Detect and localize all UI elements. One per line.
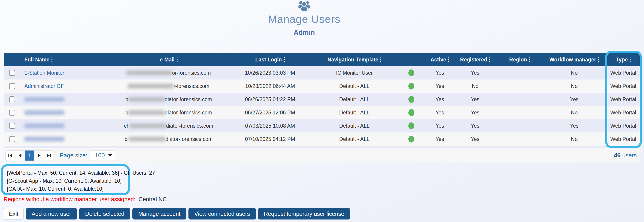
request-temporary-license-button[interactable]: Request temporary user license [258, 208, 350, 219]
last-login-cell: 06/26/2025 04:22 PM [228, 93, 312, 106]
column-header-registered[interactable]: Registered [454, 53, 497, 66]
manage-account-button[interactable]: Manage account [132, 208, 186, 219]
users-count: 46 users [614, 152, 637, 159]
region-cell [497, 106, 542, 119]
table-row: Administrator GF r-forensics.com 10/28/2… [4, 79, 640, 93]
users-table: Full Name e-Mail Last Login Navigation T… [4, 53, 640, 163]
redacted-user-name[interactable] [24, 124, 64, 128]
type-cell: Web Portal [606, 66, 640, 79]
redacted-user-name[interactable] [24, 110, 64, 115]
column-header-workflow-manager[interactable]: Workflow manager [542, 53, 606, 66]
table-row: bdiator-forensics.com 06/27/2025 12:06 P… [4, 106, 640, 119]
registered-cell: Yes [454, 66, 497, 79]
region-warning-value: Central NC [138, 196, 167, 202]
last-login-cell: 10/26/2023 03:03 PM [228, 66, 312, 79]
column-header-type[interactable]: Type [606, 53, 640, 66]
redacted-email [128, 84, 174, 88]
column-menu-icon[interactable] [380, 57, 381, 62]
first-page-button[interactable] [6, 151, 15, 161]
type-cell: Web Portal [606, 93, 640, 106]
column-header-navigation-template[interactable]: Navigation Template [312, 53, 396, 66]
column-menu-icon[interactable] [448, 57, 449, 62]
active-status-dot [408, 69, 414, 76]
active-cell: Yes [426, 133, 454, 146]
column-header-region[interactable]: Region [497, 53, 542, 66]
add-user-button[interactable]: Add a new user [26, 208, 77, 219]
column-header-full-name[interactable]: Full Name [20, 53, 110, 66]
registered-cell: Yes [454, 93, 497, 106]
column-menu-icon[interactable] [529, 57, 530, 62]
last-login-cell: 10/28/2022 06:44 AM [228, 79, 312, 93]
row-checkbox[interactable] [9, 110, 15, 116]
page-size-select[interactable]: 100 [90, 150, 115, 161]
table-header-row: Full Name e-Mail Last Login Navigation T… [4, 53, 640, 66]
last-login-cell: 06/27/2025 12:06 PM [228, 106, 312, 119]
dropdown-arrow-icon [108, 154, 112, 157]
row-checkbox[interactable] [9, 136, 15, 142]
license-info-box: [WebPortal - Max: 50, Current: 14, Avail… [1, 164, 130, 195]
column-header-status-dot [396, 53, 426, 66]
view-connected-users-button[interactable]: View connected users [188, 208, 256, 219]
partial-next-row [4, 146, 640, 148]
column-header-last-login[interactable]: Last Login [228, 53, 312, 66]
region-warning: Regions without a workflow manager user … [4, 196, 167, 203]
select-all-column-header [4, 53, 20, 66]
navigation-template-cell: Default - ALL [312, 93, 396, 106]
region-warning-label: Regions without a workflow manager user … [4, 196, 135, 202]
redacted-user-name[interactable] [24, 137, 64, 141]
navigation-template-cell: Default - ALL [312, 106, 396, 119]
user-name-link[interactable]: Administrator GF [24, 83, 64, 89]
region-cell [497, 133, 542, 146]
table-row: crdiator-forensics.com 07/10/2025 04:12 … [4, 133, 640, 146]
previous-page-button[interactable] [15, 151, 25, 161]
users-group-icon [0, 1, 608, 12]
next-page-icon [38, 154, 40, 157]
column-menu-icon[interactable] [284, 57, 285, 62]
registered-cell: Yes [454, 133, 497, 146]
redacted-user-name[interactable] [24, 97, 64, 102]
row-checkbox[interactable] [9, 123, 15, 129]
column-header-active[interactable]: Active [426, 53, 454, 66]
column-menu-icon[interactable] [176, 57, 178, 62]
page-title: Manage Users [0, 13, 608, 25]
email-cell: bdiator-forensics.com [110, 93, 228, 106]
column-menu-icon[interactable] [630, 57, 630, 62]
exit-button[interactable]: Exit [4, 208, 24, 219]
current-page-button[interactable]: 1 [25, 151, 34, 161]
active-cell: Yes [426, 93, 454, 106]
workflow-manager-cell: No [542, 106, 606, 119]
row-checkbox[interactable] [9, 96, 15, 102]
column-header-email[interactable]: e-Mail [110, 53, 228, 66]
row-checkbox[interactable] [9, 83, 15, 89]
column-menu-icon[interactable] [52, 57, 52, 62]
region-cell [497, 66, 542, 79]
column-menu-icon[interactable] [598, 57, 599, 62]
workflow-manager-cell: Yes [542, 93, 606, 106]
email-cell: chdiator-forensics.com [110, 119, 228, 133]
type-cell: Web Portal [606, 106, 640, 119]
last-login-cell: 07/10/2025 04:12 PM [228, 133, 312, 146]
active-status-dot [408, 96, 414, 103]
active-cell: Yes [426, 66, 454, 79]
row-checkbox[interactable] [9, 70, 15, 76]
navigation-template-cell: Default - ALL [312, 119, 396, 133]
workflow-manager-cell: No [542, 133, 606, 146]
column-menu-icon[interactable] [489, 57, 490, 62]
workflow-manager-cell: No [542, 66, 606, 79]
redacted-email [130, 124, 166, 128]
next-page-button[interactable] [34, 151, 44, 161]
email-cell: crdiator-forensics.com [110, 133, 228, 146]
last-page-button[interactable] [44, 151, 54, 161]
active-cell: Yes [426, 79, 454, 93]
table-row: 1-Station Monitor or-forensics.com 10/26… [4, 66, 640, 79]
registered-cell: Yes [454, 119, 497, 133]
active-status-dot [408, 109, 414, 116]
type-cell: Web Portal [606, 133, 640, 146]
user-name-link[interactable]: 1-Station Monitor [24, 70, 64, 76]
region-cell [497, 79, 542, 93]
type-cell: Web Portal [606, 79, 640, 93]
table-row: bdiator-forensics.com 06/26/2025 04:22 P… [4, 93, 640, 106]
delete-selected-button[interactable]: Delete selected [79, 208, 130, 219]
table-row: chdiator-forensics.com 07/03/2025 10:08 … [4, 119, 640, 133]
registered-cell: Yes [454, 106, 497, 119]
